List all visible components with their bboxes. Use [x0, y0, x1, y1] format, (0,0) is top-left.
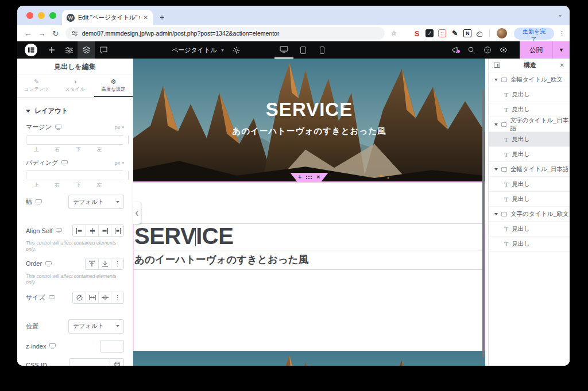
- tab-advanced[interactable]: ⚙ 高度な設定: [94, 75, 133, 97]
- tree-heading-row[interactable]: T 見出し: [489, 177, 570, 192]
- z-index-input[interactable]: [100, 340, 124, 353]
- drag-container-icon[interactable]: [306, 176, 307, 177]
- align-start-button[interactable]: [73, 225, 86, 236]
- notes-button[interactable]: [95, 41, 112, 59]
- extension-slash-icon[interactable]: ∕: [425, 29, 434, 37]
- company-overview-section[interactable]: 会社概要: [133, 351, 485, 366]
- device-mobile-button[interactable]: [312, 41, 331, 59]
- editable-heading[interactable]: SERVICE: [134, 224, 485, 248]
- monitor-icon[interactable]: [55, 125, 61, 130]
- tab-search-chevron-icon[interactable]: ⌄: [558, 11, 563, 18]
- extension-notion-icon[interactable]: N: [463, 29, 471, 37]
- padding-top-input[interactable]: [26, 171, 129, 180]
- tab-content[interactable]: ✎ コンテンツ: [17, 75, 56, 97]
- new-tab-button[interactable]: +: [160, 13, 164, 22]
- align-center-button[interactable]: [86, 225, 98, 236]
- monitor-icon[interactable]: [61, 160, 68, 165]
- tree-container-row[interactable]: 全幅タイトル_欧文: [489, 72, 570, 87]
- size-custom-button[interactable]: ⋮: [111, 292, 123, 303]
- whats-new-button[interactable]: [447, 47, 463, 53]
- site-settings-icon[interactable]: [71, 30, 78, 36]
- subtitle-block[interactable]: あのイーハトーヴォのすきとおった風: [134, 250, 485, 270]
- browser-menu-icon[interactable]: ⋮: [559, 30, 565, 37]
- hero-section-english[interactable]: SERVICE あのイーハトーヴォのすきとおった風 + ✕: [133, 59, 485, 183]
- tree-container-row[interactable]: 文字のタイトル_日本語: [489, 117, 570, 132]
- address-bar[interactable]: demo07.mmmdesign.jp/wp-admin/post.php?po…: [65, 27, 385, 40]
- device-tablet-button[interactable]: [293, 41, 312, 59]
- margin-top-input[interactable]: [26, 136, 129, 144]
- size-grow-button[interactable]: [86, 292, 98, 303]
- tree-heading-row[interactable]: T 見出し: [489, 147, 570, 162]
- dynamic-tags-button[interactable]: [110, 358, 124, 366]
- tree-heading-row[interactable]: T 見出し: [489, 222, 570, 237]
- forward-button[interactable]: →: [36, 29, 48, 38]
- site-settings-sliders-button[interactable]: [60, 41, 78, 59]
- size-none-button[interactable]: [73, 292, 86, 303]
- profile-avatar[interactable]: [497, 28, 507, 38]
- tab-close-icon[interactable]: ✕: [144, 14, 148, 21]
- monitor-icon[interactable]: [49, 295, 55, 300]
- tree-heading-row[interactable]: T 見出し: [489, 102, 570, 117]
- position-select[interactable]: デフォルト: [68, 319, 124, 334]
- back-button[interactable]: ←: [22, 29, 34, 38]
- elementor-logo-icon[interactable]: [25, 44, 37, 56]
- extension-red-icon[interactable]: ∷: [438, 29, 446, 37]
- document-switcher[interactable]: ページタイトル ▼: [172, 41, 225, 59]
- monitor-icon[interactable]: [45, 261, 52, 266]
- tree-heading-row[interactable]: T 見出し: [489, 87, 570, 102]
- tree-heading-row[interactable]: T 見出し: [489, 237, 570, 251]
- minimize-window-button[interactable]: [38, 12, 45, 19]
- chrome-update-button[interactable]: 更新を完了: [514, 28, 554, 40]
- panel-dock-icon[interactable]: [494, 63, 500, 68]
- bookmark-star-icon[interactable]: ☆: [390, 29, 397, 37]
- monitor-icon[interactable]: [49, 343, 56, 349]
- hero-title-heading[interactable]: SERVICE: [133, 99, 485, 121]
- canvas-scrollbar[interactable]: [482, 89, 485, 358]
- order-custom-button[interactable]: ⋮: [111, 258, 123, 269]
- caret-down-icon[interactable]: [494, 213, 498, 215]
- order-last-button[interactable]: [98, 258, 111, 269]
- publish-button[interactable]: 公開: [520, 41, 552, 59]
- align-stretch-button[interactable]: [111, 225, 123, 236]
- text-title-section-japanese[interactable]: SERVICE あのイーハトーヴォのすきとおった風: [133, 223, 485, 351]
- extension-s-icon[interactable]: S: [413, 29, 421, 37]
- delete-container-icon[interactable]: ✕: [316, 175, 320, 180]
- monitor-icon[interactable]: [36, 199, 42, 204]
- caret-down-icon[interactable]: [494, 79, 498, 81]
- size-shrink-button[interactable]: [98, 292, 111, 303]
- tree-container-row[interactable]: 文字のタイトル_欧文: [489, 207, 570, 222]
- preview-button[interactable]: [496, 47, 512, 53]
- padding-right-input[interactable]: [129, 171, 133, 180]
- caret-down-icon[interactable]: [494, 168, 498, 171]
- monitor-icon[interactable]: [56, 228, 62, 233]
- layout-section-header[interactable]: レイアウト: [17, 107, 133, 115]
- width-select[interactable]: デフォルト: [68, 195, 124, 209]
- browser-tab[interactable]: W Edit "ページタイトル" with Ele ✕: [62, 10, 153, 25]
- page-settings-button[interactable]: [233, 41, 240, 59]
- caret-down-icon[interactable]: [494, 123, 498, 126]
- tree-heading-row-selected[interactable]: T 見出し: [489, 132, 570, 147]
- css-id-input[interactable]: [69, 358, 110, 366]
- structure-panel-button[interactable]: [78, 41, 95, 59]
- heading-edit-block[interactable]: SERVICE: [134, 223, 485, 250]
- order-first-button[interactable]: [86, 258, 98, 269]
- hero-subtitle-heading[interactable]: あのイーハトーヴォのすきとおった風: [133, 126, 485, 137]
- zoom-window-button[interactable]: [49, 12, 56, 19]
- extension-pen-icon[interactable]: ✎: [451, 29, 459, 37]
- help-button[interactable]: ?: [479, 47, 496, 53]
- finder-search-button[interactable]: [463, 47, 479, 53]
- margin-right-input[interactable]: [129, 136, 133, 144]
- align-end-button[interactable]: [98, 225, 111, 236]
- tree-heading-row[interactable]: T 見出し: [489, 192, 570, 207]
- tab-style[interactable]: ◑ スタイル: [56, 75, 94, 97]
- device-desktop-button[interactable]: [274, 41, 293, 59]
- close-icon[interactable]: ✕: [560, 62, 564, 68]
- reload-button[interactable]: ↻: [49, 29, 62, 38]
- subtitle-heading[interactable]: あのイーハトーヴォのすきとおった風: [134, 254, 308, 265]
- publish-options-chevron-icon[interactable]: ▼: [552, 41, 570, 59]
- panel-collapse-handle[interactable]: ❮: [133, 202, 141, 224]
- unit-selector[interactable]: px▾: [114, 160, 124, 166]
- unit-selector[interactable]: px▾: [114, 124, 124, 130]
- close-window-button[interactable]: [26, 12, 33, 19]
- tree-container-row[interactable]: 全幅タイトル_日本語: [489, 162, 570, 177]
